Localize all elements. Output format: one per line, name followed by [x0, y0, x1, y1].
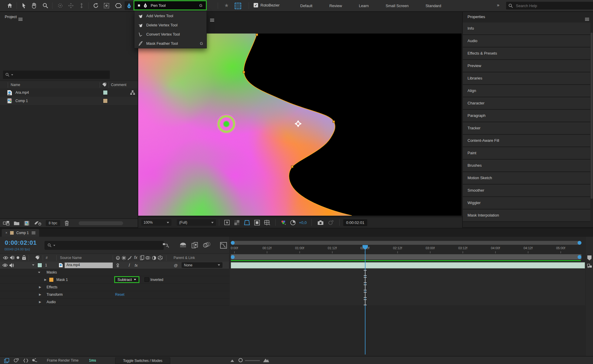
label-color-column-icon[interactable]: [102, 82, 107, 87]
menu-item-convert-vertex[interactable]: Convert Vertex Tool: [134, 30, 206, 39]
help-search-box[interactable]: [506, 2, 593, 9]
effects-switch[interactable]: fx: [135, 263, 138, 268]
comp-marker-bin-icon[interactable]: [587, 255, 592, 261]
workspace-overflow-icon[interactable]: »: [497, 2, 499, 7]
help-search-input[interactable]: [515, 3, 576, 8]
audio-speaker-icon[interactable]: [9, 263, 14, 268]
track-row[interactable]: [230, 291, 585, 298]
group-collapsed-chevron-icon[interactable]: ▶: [43, 278, 47, 281]
layer-label-swatch[interactable]: [37, 263, 42, 268]
horizontal-scrollbar[interactable]: [79, 221, 123, 225]
effects-switch-icon[interactable]: fx: [134, 255, 137, 260]
region-of-interest-icon[interactable]: [254, 220, 260, 225]
composition-viewport[interactable]: [138, 34, 462, 216]
mask1-label[interactable]: Mask 1: [56, 278, 68, 282]
properties-panel-tab[interactable]: Preview: [463, 60, 590, 72]
timeline-horizontal-scrollbar[interactable]: [231, 241, 581, 245]
transform-group-label[interactable]: Transform: [47, 293, 63, 297]
work-area-bar[interactable]: [231, 254, 581, 260]
comp-mini-flowchart-icon[interactable]: [163, 242, 170, 248]
current-timecode[interactable]: 0:00:02:01: [5, 239, 37, 246]
selection-tool-icon[interactable]: [20, 1, 28, 10]
column-parent-link[interactable]: Parent & Link: [174, 256, 195, 260]
timeline-search-box[interactable]: [44, 241, 164, 250]
shape-tool-icon[interactable]: [114, 1, 123, 10]
toggle-inout-icon[interactable]: [23, 358, 28, 363]
toggle-switches-modes-button[interactable]: Toggle Switches / Modes: [115, 357, 170, 364]
column-source-name[interactable]: Source Name: [60, 256, 82, 260]
color-depth-button[interactable]: 8 bpc: [46, 220, 60, 226]
group-collapsed-chevron-icon[interactable]: ▶: [38, 293, 42, 296]
menu-item-delete-vertex[interactable]: Delete Vertex Tool: [134, 20, 206, 30]
orbit-camera-tool-icon[interactable]: [56, 1, 65, 10]
resolution-select[interactable]: (Full): [177, 219, 216, 226]
effects-group-row[interactable]: ▶ Effects: [0, 283, 229, 291]
transform-group-row[interactable]: ▶ Transform Reset: [0, 291, 229, 298]
frame-blend-switch-icon[interactable]: [140, 255, 144, 260]
pen-tool-menu-header[interactable]: Pen Tool G: [133, 0, 207, 10]
footage-name[interactable]: Ara.mp4: [15, 90, 29, 95]
show-snapshot-icon[interactable]: [328, 220, 334, 225]
label-swatch-teal[interactable]: [103, 90, 108, 95]
solo-icon[interactable]: [17, 256, 19, 259]
tool-creates-mask-icon[interactable]: [235, 3, 241, 9]
properties-panel-tab[interactable]: Tracker: [463, 122, 590, 135]
properties-panel-tab[interactable]: Paint: [463, 147, 590, 160]
timeline-zoom-slider[interactable]: [245, 360, 260, 361]
exposure-icon[interactable]: [290, 220, 296, 225]
properties-panel-tab[interactable]: Align: [463, 85, 590, 97]
guides-grid-options-icon[interactable]: [264, 220, 270, 225]
project-search-box[interactable]: [3, 71, 110, 79]
zoom-out-mountain-icon[interactable]: [230, 359, 234, 362]
snapshot-camera-icon[interactable]: [317, 220, 324, 225]
new-folder-icon[interactable]: [14, 221, 20, 225]
project-columns-header[interactable]: Name Comment: [0, 81, 138, 89]
properties-panel-tab[interactable]: Content-Aware Fill: [463, 135, 590, 147]
project-flowchart-icon[interactable]: [3, 221, 9, 225]
parent-select[interactable]: None: [182, 262, 222, 268]
mask-overlay[interactable]: [138, 34, 462, 216]
track-row[interactable]: [230, 283, 585, 291]
hand-tool-icon[interactable]: [30, 1, 39, 10]
work-area-start-handle[interactable]: [231, 255, 235, 259]
layer-expand-caret-icon[interactable]: [32, 264, 34, 266]
home-icon[interactable]: [5, 1, 14, 10]
properties-panel-tab[interactable]: Wiggler: [463, 197, 590, 209]
group-collapsed-chevron-icon[interactable]: ▶: [38, 300, 42, 303]
search-options-caret-icon[interactable]: [11, 74, 13, 75]
trash-icon[interactable]: [64, 220, 69, 226]
work-area-end-handle[interactable]: [578, 255, 581, 259]
dolly-camera-tool-icon[interactable]: [77, 1, 86, 10]
properties-panel-tab[interactable]: Motion Sketch: [463, 172, 590, 185]
label-swatch-tan[interactable]: [103, 98, 108, 103]
workspace-tab[interactable]: Review: [329, 4, 342, 8]
viewer-timecode[interactable]: 0:00:02:01: [343, 219, 367, 226]
time-ruler[interactable]: 0:00f00:12f01:00f01:12f02:00f02:12f03:00…: [230, 245, 581, 254]
panel-menu-icon[interactable]: [585, 19, 589, 20]
column-comment[interactable]: Comment: [111, 83, 126, 87]
panel-menu-icon[interactable]: [18, 19, 23, 20]
mask-color-swatch[interactable]: [49, 277, 54, 282]
track-row[interactable]: [230, 276, 585, 284]
collapse-switch-icon[interactable]: [116, 263, 120, 268]
workspace-tab[interactable]: Standard: [425, 4, 441, 8]
audio-group-label[interactable]: Audio: [47, 300, 56, 304]
fast-previews-icon[interactable]: [224, 220, 230, 225]
frame-blending-icon[interactable]: [192, 242, 198, 248]
column-index[interactable]: #: [46, 256, 48, 260]
toggle-render-time-icon[interactable]: [31, 358, 37, 363]
search-options-caret-icon[interactable]: [53, 245, 55, 246]
properties-panel-tab[interactable]: Smoother: [463, 185, 590, 197]
quality-switch[interactable]: /: [129, 263, 130, 268]
layer-name-field[interactable]: Ara.mp4: [65, 263, 113, 268]
shy-switch-icon[interactable]: [116, 256, 120, 260]
draft-3d-icon[interactable]: [179, 242, 187, 248]
shape-creates-icon[interactable]: ★: [224, 2, 229, 9]
zoom-tool-icon[interactable]: [41, 1, 50, 10]
toggle-transfer-controls-icon[interactable]: [14, 358, 19, 363]
video-eye-icon[interactable]: [2, 263, 8, 267]
graph-editor-icon[interactable]: [220, 242, 227, 249]
render-queue-icon[interactable]: [34, 220, 42, 226]
mask-inverted-checkbox[interactable]: [144, 277, 149, 282]
rotobezier-option[interactable]: ✓ RotoBezier: [254, 3, 279, 7]
